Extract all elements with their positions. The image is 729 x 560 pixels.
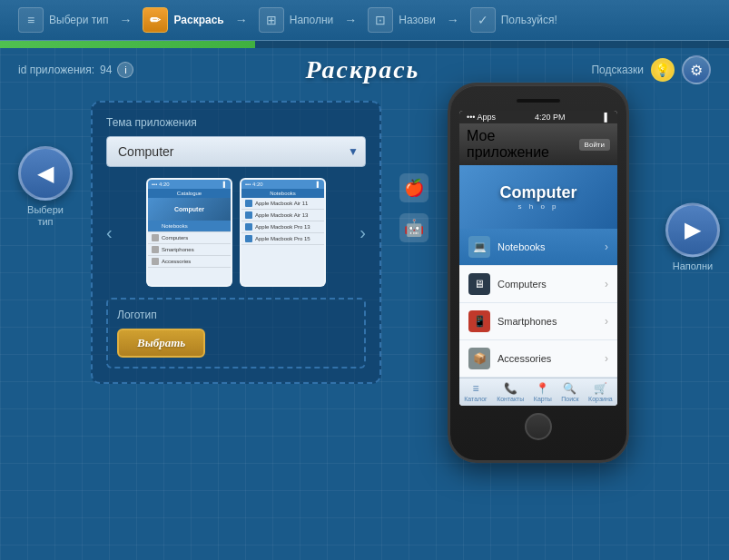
thumb2-item-4: Apple Macbook Pro 15 — [241, 233, 324, 245]
phone-menu-icon-3: 📱 — [468, 310, 490, 332]
hint-lightbulb-icon[interactable]: 💡 — [651, 58, 675, 82]
step-2-label: Раскрась — [173, 14, 223, 26]
left-nav-container: ◀ Выберитип — [18, 146, 73, 384]
arrow-2: → — [235, 13, 248, 27]
phone-login-button[interactable]: Войти — [579, 139, 610, 151]
theme-section-title: Тема приложения — [106, 116, 366, 129]
phone-hero-content: Computer s h o p — [500, 183, 577, 211]
step-1-icon: ≡ — [18, 7, 44, 33]
preview-thumb-2: ••• 4:20▌ Notebooks Apple Macbook Air 11… — [240, 178, 326, 287]
arrow-3: → — [344, 13, 357, 27]
step-1[interactable]: ≡ Выбери тип — [18, 7, 108, 33]
prev-button[interactable]: ◀ — [18, 146, 73, 201]
phone-tab-2[interactable]: 📞 Контакты — [497, 382, 524, 402]
phone-menu-label-2: Computers — [497, 279, 605, 290]
step-2-icon: ✏ — [143, 7, 168, 33]
app-id-value: 94 — [100, 64, 112, 76]
info-icon[interactable]: i — [117, 62, 133, 78]
phone-time: 4:20 PM — [535, 113, 566, 122]
thumb1-header: ••• 4:20▌ — [148, 180, 231, 189]
thumb2-item4-icon — [245, 235, 252, 242]
thumb1-item2-label: Computers — [162, 235, 188, 241]
phone-menu-item-1[interactable]: 💻 Notebooks › — [459, 229, 617, 266]
phone-tab-label-1: Каталог — [464, 396, 487, 402]
phone-menu-item-4[interactable]: 📦 Accessories › — [459, 340, 617, 378]
step-3[interactable]: ⊞ Наполни — [259, 7, 334, 33]
thumb1-title: Catalogue — [148, 189, 231, 198]
step-5-label: Пользуйся! — [501, 14, 557, 26]
phone-home-button[interactable] — [525, 413, 552, 440]
thumb2-item-2: Apple Macbook Air 13 — [241, 210, 324, 221]
phone-menu-icon-4: 📦 — [468, 348, 490, 369]
step-3-icon: ⊞ — [259, 7, 284, 33]
main-content: ◀ Выберитип Тема приложения Computer Res… — [0, 92, 729, 384]
progress-bar-fill — [0, 41, 255, 48]
phone-status-bar: ••• Apps 4:20 PM ▌ — [459, 111, 617, 123]
right-nav-container: ▶ Наполни — [665, 202, 720, 272]
phone-menu-chevron-2: › — [605, 278, 608, 290]
page-title: Раскрась — [306, 55, 420, 84]
phone-menu-label-4: Accessories — [497, 353, 605, 364]
thumb1-hero-text: Computer — [174, 206, 204, 212]
thumb1-item-3: Smartphones — [148, 244, 231, 256]
step-2[interactable]: ✏ Раскрась — [143, 7, 223, 33]
thumb1-item3-label: Smartphones — [162, 247, 194, 252]
next-button[interactable]: ▶ — [665, 202, 720, 257]
android-os-icon[interactable]: 🤖 — [399, 213, 429, 242]
phone-menu-item-3[interactable]: 📱 Smartphones › — [459, 303, 617, 340]
preview-next-button[interactable]: › — [360, 222, 366, 243]
phone-tab-3[interactable]: 📍 Карты — [534, 382, 552, 402]
thumb1-item-1: Notebooks — [148, 221, 231, 232]
thumb1-item1-label: Notebooks — [162, 223, 188, 229]
step-4-icon: ⊡ — [368, 7, 393, 33]
phone-menu-icon-1: 💻 — [468, 236, 490, 258]
thumb1-item-2: Computers — [148, 232, 231, 244]
thumb2-item1-icon — [245, 200, 252, 207]
app-id-section: id приложения: 94 i — [18, 62, 133, 78]
step-4[interactable]: ⊡ Назови — [368, 7, 435, 33]
phone-menu-chevron-3: › — [605, 315, 608, 328]
theme-select-container: Computer Restaurant Fashion ▼ — [106, 136, 366, 167]
settings-icon[interactable]: ⚙ — [682, 55, 711, 84]
preview-prev-button[interactable]: ‹ — [106, 222, 113, 243]
thumb1-item1-icon — [152, 222, 159, 230]
thumb2-item-3: Apple Macbook Pro 13 — [241, 221, 324, 233]
app-id-label: id приложения: — [18, 64, 94, 76]
phone-tab-4[interactable]: 🔍 Поиск — [561, 382, 578, 402]
step-4-label: Назови — [399, 14, 435, 26]
logo-section: Логотип Выбрать — [106, 298, 366, 368]
phone-menu-chevron-1: › — [605, 241, 608, 253]
os-icons-container: 🍎 🤖 — [399, 173, 429, 242]
phone-tab-label-2: Контакты — [497, 396, 524, 402]
phone-battery: ▌ — [605, 113, 610, 122]
thumb1-item2-icon — [152, 234, 159, 241]
phone-tab-label-3: Карты — [534, 396, 552, 402]
thumb2-item2-icon — [245, 211, 252, 219]
thumb1-item4-label: Accessories — [162, 259, 191, 264]
preview-screens: ••• 4:20▌ Catalogue Computer Notebooks C… — [120, 178, 353, 287]
prev-label: Выберитип — [27, 204, 64, 228]
phone-tab-icon-2: 📞 — [504, 382, 517, 395]
phone-hero: Computer s h o p — [459, 165, 617, 229]
phone-tab-icon-4: 🔍 — [563, 382, 576, 395]
thumb2-item1-label: Apple Macbook Air 11 — [255, 201, 308, 206]
phone-screen: ••• Apps 4:20 PM ▌ Мое приложение Войти … — [459, 111, 617, 406]
next-label: Наполни — [673, 260, 714, 272]
phone-tab-icon-5: 🛒 — [594, 382, 607, 395]
phone-menu-chevron-4: › — [605, 352, 608, 365]
phone-menu-item-2[interactable]: 🖥 Computers › — [459, 266, 617, 303]
apple-os-icon[interactable]: 🍎 — [399, 173, 429, 202]
choose-logo-button[interactable]: Выбрать — [117, 329, 205, 358]
hints-label: Подсказки — [591, 64, 644, 76]
progress-bar-container — [0, 41, 729, 48]
thumb2-item3-icon — [245, 223, 252, 231]
phone-menu-icon-2: 🖥 — [468, 273, 490, 295]
phone-hero-sub: s h o p — [500, 202, 577, 211]
step-3-label: Наполни — [290, 14, 334, 26]
phone-tab-5[interactable]: 🛒 Корзина — [588, 382, 613, 402]
theme-select[interactable]: Computer Restaurant Fashion — [106, 136, 366, 167]
phone-tab-icon-3: 📍 — [536, 382, 549, 395]
step-5[interactable]: ✓ Пользуйся! — [470, 7, 557, 33]
phone-tab-1[interactable]: ≡ Каталог — [464, 382, 487, 402]
thumb1-item-4: Accessories — [148, 256, 231, 268]
